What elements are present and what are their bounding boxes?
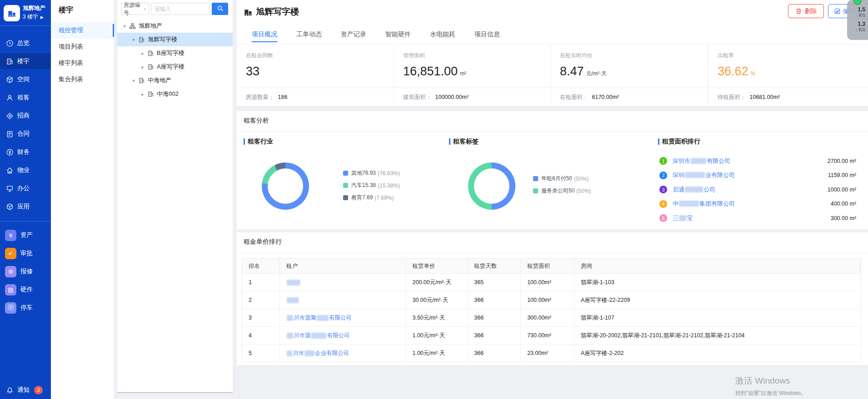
sidebar-app-报修[interactable]: ⚙报修 xyxy=(0,263,51,280)
substat-value: 6170.00m² xyxy=(592,94,619,100)
name-text: 宝 xyxy=(687,215,693,222)
redacted-text xyxy=(287,297,299,303)
submenu-items: 租控管理项目列表楼宇列表集合列表 xyxy=(51,22,114,88)
stat-出租率: 出租率36.62% xyxy=(708,44,868,88)
stat-number: 16,851.00 xyxy=(403,64,458,78)
stat-number: 8.47 xyxy=(560,64,584,78)
tags-section-title: 租客标签 xyxy=(449,138,479,146)
tree-node-旭辉写字楼[interactable]: ▾旭辉写字楼 xyxy=(117,33,233,46)
building-icon xyxy=(147,91,154,98)
tree-caret-icon[interactable]: ▸ xyxy=(139,64,146,69)
down-arrow-icon: ↓ xyxy=(855,27,858,32)
expand-arrow-icon[interactable]: ▶ xyxy=(40,15,44,20)
submenu-title: 楼宇 xyxy=(51,0,114,15)
sidebar-item-物业[interactable]: 物业 xyxy=(0,163,51,178)
org-icon xyxy=(129,23,136,30)
tenant-link[interactable]: 中集团有限公司 xyxy=(673,200,735,208)
sidebar-item-notifications[interactable]: 通知 3 xyxy=(0,383,51,397)
sidebar-item-招商[interactable]: 招商 xyxy=(0,108,51,123)
sidebar-app-停车[interactable]: Ⓟ停车 xyxy=(0,300,51,316)
legend-item-年租6月付[interactable]: 年租6月付50(50%) xyxy=(533,175,591,182)
bell-icon xyxy=(6,386,14,394)
cell-price: 1.00元/m²·天 xyxy=(406,345,468,362)
sidebar-app-审批[interactable]: ✔审批 xyxy=(0,245,51,261)
substat-label: 房源数量： xyxy=(246,94,274,101)
legend-item-教育[interactable]: 教育7.69(7.69%) xyxy=(343,194,400,202)
table-row: 5川市企业有限公司1.00元/m²·天36623.00m²A座写字楼-2-202 xyxy=(242,345,861,362)
tree-caret-icon[interactable]: ▾ xyxy=(130,37,137,42)
sidebar-item-label: 办公 xyxy=(17,184,30,192)
delete-button[interactable]: 删除 xyxy=(788,4,824,18)
cell-tenant[interactable]: 川市源聚有限公司 xyxy=(280,309,406,327)
sidebar-item-应用[interactable]: 应用 xyxy=(0,199,51,214)
tab-智能硬件[interactable]: 智能硬件 xyxy=(385,25,411,44)
panel-divider xyxy=(237,252,868,253)
invest-icon xyxy=(6,112,14,120)
rank-badge: 5 xyxy=(659,214,667,222)
submenu-item-租控管理[interactable]: 租控管理 xyxy=(51,22,114,39)
cell-rank: 5 xyxy=(242,345,280,362)
tab-工单动态[interactable]: 工单动态 xyxy=(296,25,322,44)
tab-项目信息[interactable]: 项目信息 xyxy=(474,25,500,44)
cell-tenant[interactable]: 川市源有限公司 xyxy=(280,327,406,345)
redacted-text xyxy=(679,201,699,207)
tab-项目概况[interactable]: 项目概况 xyxy=(252,25,277,44)
industry-donut-chart[interactable] xyxy=(262,163,309,210)
cell-tenant[interactable] xyxy=(280,291,406,309)
network-speed-widget[interactable]: 1.5 ↑ K/s 1.3 ↓ K/s xyxy=(847,0,868,40)
tree-node-中海002[interactable]: ▸中海002 xyxy=(117,87,233,101)
tree-node-中海地产[interactable]: ▾中海地产 xyxy=(117,74,233,87)
sidebar-app-硬件[interactable]: ▤硬件 xyxy=(0,281,51,298)
legend-item-其他[interactable]: 其他76.93(76.93%) xyxy=(343,169,400,177)
legend-item-汽车[interactable]: 汽车15.38(15.38%) xyxy=(343,182,400,189)
cell-rooms: A座写字楼-22-2209 xyxy=(574,291,861,309)
tenant-link[interactable]: 启通公司 xyxy=(673,186,715,194)
substat-value: 186 xyxy=(278,94,288,100)
submenu-item-项目列表[interactable]: 项目列表 xyxy=(51,39,114,55)
tree-caret-icon[interactable]: ▸ xyxy=(139,92,146,97)
submenu-item-集合列表[interactable]: 集合列表 xyxy=(51,71,114,88)
tree-search-input[interactable] xyxy=(151,3,210,15)
sidebar-item-办公[interactable]: 办公 xyxy=(0,181,51,196)
building-icon xyxy=(147,64,154,70)
legend-percent: (76.93%) xyxy=(378,170,400,177)
sidebar-item-楼宇[interactable]: 楼宇 xyxy=(0,54,51,69)
tree-node-旭辉地产[interactable]: ▾旭辉地产 xyxy=(117,19,233,33)
cell-tenant[interactable]: 川市企业有限公司 xyxy=(280,345,406,362)
tags-donut-chart[interactable] xyxy=(468,163,515,210)
sidebar-item-label: 租客 xyxy=(17,94,30,102)
legend-item-服务类公司[interactable]: 服务类公司50(50%) xyxy=(533,187,591,195)
tree-caret-icon[interactable]: ▾ xyxy=(121,24,128,29)
legend-label: 汽车15.38 xyxy=(351,182,376,189)
contract-icon xyxy=(6,130,14,138)
org-switcher[interactable]: 旭辉地产 3 楼宇▶ xyxy=(0,0,51,26)
area-rank-row: 3启通公司1000.00 m² xyxy=(659,182,856,197)
tab-资产记录[interactable]: 资产记录 xyxy=(341,25,366,44)
sidebar-item-总览[interactable]: 总览 xyxy=(0,35,51,51)
project-header: 旭辉写字楼 删除 编辑 xyxy=(237,0,868,25)
tree-node-B座写字楼[interactable]: ▸B座写字楼 xyxy=(117,46,233,60)
cell-tenant[interactable] xyxy=(280,274,406,291)
tab-水电能耗[interactable]: 水电能耗 xyxy=(430,25,455,44)
sidebar-item-合同[interactable]: 合同 xyxy=(0,126,51,142)
tenant-link[interactable]: 深圳市有限公司 xyxy=(673,157,730,165)
search-button[interactable] xyxy=(212,3,228,15)
table-row: 230.00元/m²·天366100.00m²A座写字楼-22-2209 xyxy=(242,291,861,309)
submenu-item-楼宇列表[interactable]: 楼宇列表 xyxy=(51,55,114,71)
tenant-link[interactable]: 三宝 xyxy=(673,214,693,222)
sidebar-item-租客[interactable]: 租客 xyxy=(0,90,51,105)
name-text: 集团有限公司 xyxy=(699,200,735,207)
search-type-select[interactable]: 房源编号 ∨ xyxy=(121,3,149,15)
substat-建筑面积：: 建筑面积：100000.00m² xyxy=(394,88,551,106)
tree-node-A座写字楼[interactable]: ▸A座写字楼 xyxy=(117,60,233,74)
cell-area: 23.00m² xyxy=(521,345,574,362)
sidebar-app-资产[interactable]: ¥资产 xyxy=(0,227,51,243)
tree-caret-icon[interactable]: ▸ xyxy=(139,51,146,56)
sidebar-item-空间[interactable]: 空间 xyxy=(0,72,51,87)
tenant-link[interactable]: 深圳业有限公司 xyxy=(673,171,735,179)
sidebar-item-财务[interactable]: 财务 xyxy=(0,144,51,160)
column-header-租户: 租户 xyxy=(280,259,406,274)
stat-value: 16,851.00m² xyxy=(403,64,550,79)
tree-node-label: B座写字楼 xyxy=(157,49,185,57)
tree-caret-icon[interactable]: ▾ xyxy=(130,78,137,83)
